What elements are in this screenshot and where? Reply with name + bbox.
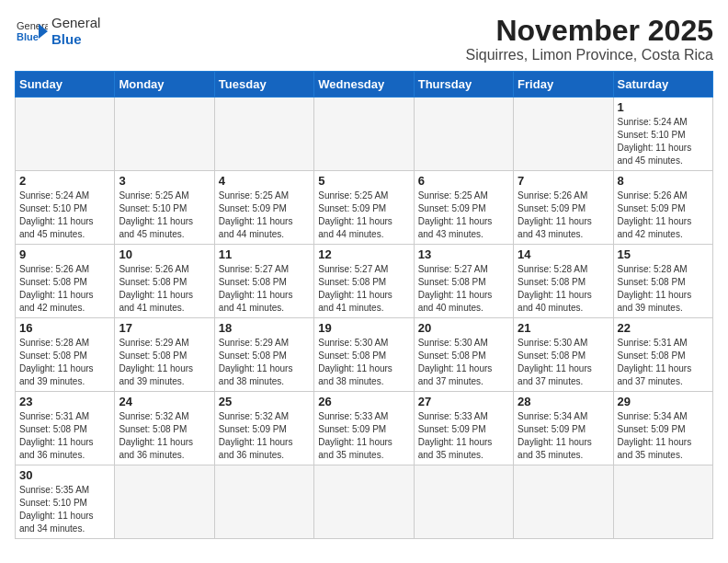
day-number: 18 (219, 321, 310, 335)
day-number: 29 (618, 395, 709, 408)
day-info: Sunrise: 5:25 AM Sunset: 5:09 PM Dayligh… (418, 190, 509, 241)
calendar-day-cell (214, 465, 313, 539)
calendar-day-cell (414, 98, 513, 171)
day-number: 13 (418, 247, 509, 261)
calendar-day-cell: 1Sunrise: 5:24 AM Sunset: 5:10 PM Daylig… (613, 98, 712, 171)
day-info: Sunrise: 5:25 AM Sunset: 5:09 PM Dayligh… (318, 190, 409, 241)
weekday-header-wednesday: Wednesday (314, 72, 414, 98)
month-title: November 2025 (466, 15, 713, 47)
svg-text:Blue: Blue (17, 31, 39, 42)
calendar-week-row: 30Sunrise: 5:35 AM Sunset: 5:10 PM Dayli… (16, 465, 713, 539)
day-info: Sunrise: 5:28 AM Sunset: 5:08 PM Dayligh… (19, 337, 110, 388)
calendar-day-cell: 2Sunrise: 5:24 AM Sunset: 5:10 PM Daylig… (16, 171, 115, 245)
weekday-header-monday: Monday (115, 72, 214, 98)
day-info: Sunrise: 5:33 AM Sunset: 5:09 PM Dayligh… (318, 410, 409, 462)
calendar-day-cell: 3Sunrise: 5:25 AM Sunset: 5:10 PM Daylig… (115, 171, 214, 245)
day-info: Sunrise: 5:29 AM Sunset: 5:08 PM Dayligh… (219, 337, 310, 388)
day-info: Sunrise: 5:30 AM Sunset: 5:08 PM Dayligh… (518, 337, 609, 388)
calendar-day-cell: 9Sunrise: 5:26 AM Sunset: 5:08 PM Daylig… (16, 245, 115, 318)
calendar-day-cell: 5Sunrise: 5:25 AM Sunset: 5:09 PM Daylig… (314, 171, 414, 245)
day-number: 21 (518, 321, 609, 335)
day-number: 10 (119, 247, 210, 261)
day-number: 19 (318, 321, 409, 335)
day-number: 27 (418, 395, 509, 408)
day-info: Sunrise: 5:28 AM Sunset: 5:08 PM Dayligh… (518, 263, 609, 315)
day-info: Sunrise: 5:34 AM Sunset: 5:09 PM Dayligh… (518, 410, 609, 462)
day-number: 20 (418, 321, 509, 335)
day-number: 30 (19, 468, 110, 482)
calendar-day-cell (514, 98, 613, 171)
day-info: Sunrise: 5:27 AM Sunset: 5:08 PM Dayligh… (318, 263, 409, 315)
weekday-header-saturday: Saturday (613, 72, 712, 98)
calendar-day-cell: 18Sunrise: 5:29 AM Sunset: 5:08 PM Dayli… (214, 318, 313, 392)
calendar-day-cell (214, 98, 313, 171)
day-info: Sunrise: 5:28 AM Sunset: 5:08 PM Dayligh… (618, 263, 709, 315)
calendar-header: SundayMondayTuesdayWednesdayThursdayFrid… (16, 72, 713, 98)
day-info: Sunrise: 5:24 AM Sunset: 5:10 PM Dayligh… (19, 190, 110, 241)
weekday-header-thursday: Thursday (414, 72, 513, 98)
weekday-header-row: SundayMondayTuesdayWednesdayThursdayFrid… (16, 72, 713, 98)
day-info: Sunrise: 5:30 AM Sunset: 5:08 PM Dayligh… (318, 337, 409, 388)
logo: General Blue General Blue (15, 15, 100, 48)
day-info: Sunrise: 5:32 AM Sunset: 5:09 PM Dayligh… (219, 410, 310, 462)
calendar-day-cell: 28Sunrise: 5:34 AM Sunset: 5:09 PM Dayli… (514, 392, 613, 465)
calendar-day-cell: 15Sunrise: 5:28 AM Sunset: 5:08 PM Dayli… (613, 245, 712, 318)
day-info: Sunrise: 5:35 AM Sunset: 5:10 PM Dayligh… (19, 484, 110, 535)
calendar-week-row: 2Sunrise: 5:24 AM Sunset: 5:10 PM Daylig… (16, 171, 713, 245)
calendar-day-cell: 30Sunrise: 5:35 AM Sunset: 5:10 PM Dayli… (16, 465, 115, 539)
calendar-day-cell: 12Sunrise: 5:27 AM Sunset: 5:08 PM Dayli… (314, 245, 414, 318)
header: General Blue General Blue November 2025 … (15, 15, 713, 63)
day-number: 14 (518, 247, 609, 261)
day-info: Sunrise: 5:27 AM Sunset: 5:08 PM Dayligh… (219, 263, 310, 315)
calendar-day-cell: 11Sunrise: 5:27 AM Sunset: 5:08 PM Dayli… (214, 245, 313, 318)
logo-icon: General Blue (15, 15, 48, 48)
day-info: Sunrise: 5:33 AM Sunset: 5:09 PM Dayligh… (418, 410, 509, 462)
day-number: 24 (119, 395, 210, 408)
calendar-body: 1Sunrise: 5:24 AM Sunset: 5:10 PM Daylig… (16, 98, 713, 539)
calendar-day-cell: 4Sunrise: 5:25 AM Sunset: 5:09 PM Daylig… (214, 171, 313, 245)
day-number: 9 (19, 247, 110, 261)
location-title: Siquirres, Limon Province, Costa Rica (466, 47, 713, 63)
day-number: 28 (518, 395, 609, 408)
weekday-header-sunday: Sunday (16, 72, 115, 98)
calendar-day-cell: 23Sunrise: 5:31 AM Sunset: 5:08 PM Dayli… (16, 392, 115, 465)
logo-blue: Blue (51, 31, 100, 48)
calendar-day-cell (613, 465, 712, 539)
day-number: 7 (518, 174, 609, 188)
calendar-day-cell: 8Sunrise: 5:26 AM Sunset: 5:09 PM Daylig… (613, 171, 712, 245)
day-number: 16 (19, 321, 110, 335)
day-number: 8 (618, 174, 709, 188)
day-number: 2 (19, 174, 110, 188)
calendar-day-cell: 26Sunrise: 5:33 AM Sunset: 5:09 PM Dayli… (314, 392, 414, 465)
calendar-day-cell (314, 465, 414, 539)
day-info: Sunrise: 5:29 AM Sunset: 5:08 PM Dayligh… (119, 337, 210, 388)
calendar-day-cell: 22Sunrise: 5:31 AM Sunset: 5:08 PM Dayli… (613, 318, 712, 392)
calendar-week-row: 23Sunrise: 5:31 AM Sunset: 5:08 PM Dayli… (16, 392, 713, 465)
calendar-day-cell (16, 98, 115, 171)
calendar-day-cell: 21Sunrise: 5:30 AM Sunset: 5:08 PM Dayli… (514, 318, 613, 392)
day-info: Sunrise: 5:24 AM Sunset: 5:10 PM Dayligh… (618, 116, 709, 167)
logo-text: General Blue (51, 15, 100, 48)
day-number: 11 (219, 247, 310, 261)
calendar-day-cell: 20Sunrise: 5:30 AM Sunset: 5:08 PM Dayli… (414, 318, 513, 392)
day-number: 17 (119, 321, 210, 335)
calendar-day-cell: 24Sunrise: 5:32 AM Sunset: 5:08 PM Dayli… (115, 392, 214, 465)
calendar-day-cell: 17Sunrise: 5:29 AM Sunset: 5:08 PM Dayli… (115, 318, 214, 392)
calendar-day-cell: 19Sunrise: 5:30 AM Sunset: 5:08 PM Dayli… (314, 318, 414, 392)
day-info: Sunrise: 5:26 AM Sunset: 5:08 PM Dayligh… (119, 263, 210, 315)
calendar-week-row: 9Sunrise: 5:26 AM Sunset: 5:08 PM Daylig… (16, 245, 713, 318)
calendar-day-cell: 10Sunrise: 5:26 AM Sunset: 5:08 PM Dayli… (115, 245, 214, 318)
calendar-day-cell: 25Sunrise: 5:32 AM Sunset: 5:09 PM Dayli… (214, 392, 313, 465)
weekday-header-friday: Friday (514, 72, 613, 98)
calendar-day-cell: 7Sunrise: 5:26 AM Sunset: 5:09 PM Daylig… (514, 171, 613, 245)
calendar-day-cell: 14Sunrise: 5:28 AM Sunset: 5:08 PM Dayli… (514, 245, 613, 318)
calendar-week-row: 1Sunrise: 5:24 AM Sunset: 5:10 PM Daylig… (16, 98, 713, 171)
calendar-day-cell (314, 98, 414, 171)
logo-general: General (51, 15, 100, 31)
day-info: Sunrise: 5:26 AM Sunset: 5:08 PM Dayligh… (19, 263, 110, 315)
day-info: Sunrise: 5:34 AM Sunset: 5:09 PM Dayligh… (618, 410, 709, 462)
calendar-day-cell (115, 465, 214, 539)
day-number: 5 (318, 174, 409, 188)
day-number: 15 (618, 247, 709, 261)
title-area: November 2025 Siquirres, Limon Province,… (466, 15, 713, 63)
